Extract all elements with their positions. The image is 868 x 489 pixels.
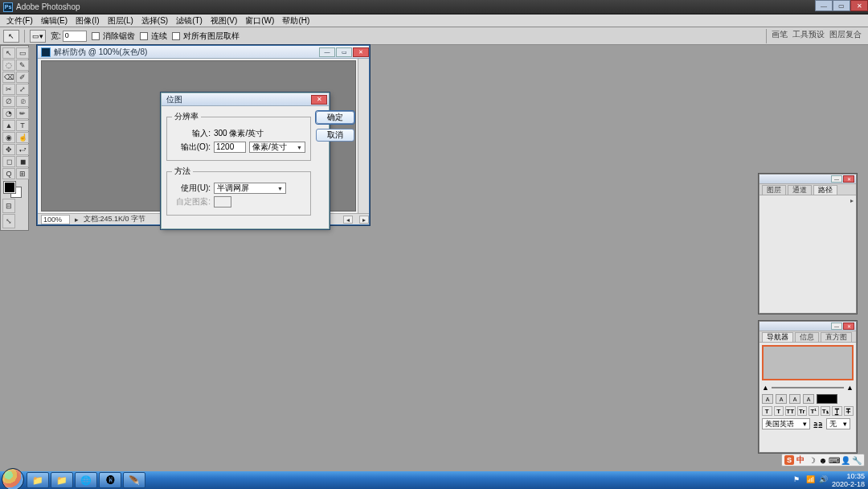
zoom-tool[interactable]: Q xyxy=(2,168,15,179)
color-swatches[interactable] xyxy=(2,180,29,198)
style-sub[interactable]: T₁ xyxy=(821,406,831,416)
stamp-tool[interactable]: ∅ xyxy=(2,96,15,107)
doc-close[interactable]: ✕ xyxy=(353,47,369,57)
panel2-close[interactable]: ✕ xyxy=(843,323,854,330)
start-button[interactable] xyxy=(2,468,24,490)
use-combo[interactable]: 半调网屏▼ xyxy=(214,183,286,194)
panel-close[interactable]: ✕ xyxy=(843,175,854,183)
text-color-swatch[interactable] xyxy=(817,394,837,404)
minimize-button[interactable]: — xyxy=(815,0,833,11)
char-icon[interactable]: A xyxy=(789,394,800,404)
style-super[interactable]: T¹ xyxy=(809,406,819,416)
tab-paths[interactable]: 路径 xyxy=(813,185,837,195)
ime-moon-icon[interactable]: ☽ xyxy=(807,455,817,465)
triangle-icon[interactable]: ▸ xyxy=(75,216,79,224)
gradient-tool[interactable]: ✏ xyxy=(16,108,29,119)
preset-picker[interactable]: ▭▾ xyxy=(30,30,46,43)
tray-sound-icon[interactable]: 🔊 xyxy=(819,475,829,485)
vertical-scrollbar[interactable] xyxy=(358,59,369,213)
menu-file[interactable]: 文件(F) xyxy=(3,15,36,27)
style-italic[interactable]: T xyxy=(774,406,784,416)
shape-tool[interactable]: ✥ xyxy=(2,144,15,155)
style-bold[interactable]: T xyxy=(762,406,772,416)
ime-wrench-icon[interactable]: 🔧 xyxy=(852,455,862,465)
menu-view[interactable]: 视图(V) xyxy=(207,15,240,27)
wand-tool[interactable]: ✎ xyxy=(16,60,29,71)
current-tool-icon[interactable]: ↖ xyxy=(3,30,19,43)
dialog-close[interactable]: ✕ xyxy=(311,95,327,105)
clock[interactable]: 10:35 2020-2-18 xyxy=(832,472,865,488)
antialias-checkbox[interactable] xyxy=(92,32,100,40)
doc-minimize[interactable]: — xyxy=(319,47,335,57)
type-tool[interactable]: T xyxy=(16,120,29,131)
notes-tool[interactable]: ⮐ xyxy=(16,144,29,155)
screenmode-full[interactable]: ⤡ xyxy=(2,214,15,228)
tab-info[interactable]: 信息 xyxy=(795,332,819,342)
task-photoshop[interactable]: 🪶 xyxy=(123,472,145,488)
tab-channels[interactable]: 通道 xyxy=(788,185,812,195)
ime-toolbar[interactable]: S 中 ☽ ☻ ⌨ 👤 🔧 xyxy=(781,454,865,466)
style-caps[interactable]: TT xyxy=(785,406,796,416)
maximize-button[interactable]: ▭ xyxy=(833,0,850,11)
task-explorer[interactable]: 📁 xyxy=(27,472,49,488)
width-input[interactable]: 0 xyxy=(63,31,87,42)
navigator-preview[interactable] xyxy=(762,345,854,380)
dock-layercomp[interactable]: 图层复合 xyxy=(829,29,862,43)
all-layers-checkbox[interactable] xyxy=(172,32,180,40)
history-brush-tool[interactable]: ⎚ xyxy=(16,96,29,107)
dialog-titlebar[interactable]: 位图 ✕ xyxy=(162,93,329,106)
ime-lang[interactable]: 中 xyxy=(796,455,805,465)
paths-body[interactable]: ▸ xyxy=(760,195,856,313)
marquee-tool[interactable]: ▭ xyxy=(16,47,29,59)
ime-face-icon[interactable]: ☻ xyxy=(818,455,828,465)
char-icon[interactable]: A xyxy=(776,394,787,404)
panel-minimize[interactable]: — xyxy=(831,175,842,183)
hand-tool[interactable]: ◼ xyxy=(16,156,29,167)
tab-layers[interactable]: 图层 xyxy=(762,185,786,195)
move-tool[interactable]: ↖ xyxy=(2,47,15,59)
panel-menu-icon[interactable]: ▸ xyxy=(850,197,854,204)
doc-maximize[interactable]: ▭ xyxy=(336,47,352,57)
char-icon[interactable]: A xyxy=(762,394,773,404)
tab-histogram[interactable]: 直方图 xyxy=(821,332,852,342)
menu-image[interactable]: 图像(I) xyxy=(72,15,102,27)
tab-navigator[interactable]: 导航器 xyxy=(762,332,793,342)
close-button[interactable]: ✕ xyxy=(850,0,868,11)
task-ie[interactable]: 🌐 xyxy=(75,472,97,488)
style-strike[interactable]: T̶ xyxy=(844,406,854,416)
eyedropper-tool[interactable]: ◻ xyxy=(2,156,15,167)
cancel-button[interactable]: 取消 xyxy=(316,129,354,142)
style-smallcaps[interactable]: Tr xyxy=(797,406,808,416)
dock-toolpreset[interactable]: 工具预设 xyxy=(792,29,825,43)
eraser-tool[interactable]: ◔ xyxy=(2,108,15,119)
menu-filter[interactable]: 滤镜(T) xyxy=(173,15,206,27)
sogou-icon[interactable]: S xyxy=(784,455,794,465)
style-underline[interactable]: T̲ xyxy=(832,406,842,416)
brush-tool[interactable]: ⤢ xyxy=(16,84,29,95)
scroll-right[interactable]: ▸ xyxy=(359,216,369,224)
contiguous-checkbox[interactable] xyxy=(140,32,148,40)
heal-tool[interactable]: ✂ xyxy=(2,84,15,95)
menu-select[interactable]: 选择(S) xyxy=(138,15,171,27)
tray-flag-icon[interactable]: ⚑ xyxy=(793,475,803,485)
task-word[interactable]: 🅦 xyxy=(99,472,121,488)
menu-layer[interactable]: 图层(L) xyxy=(104,15,137,27)
fg-color-swatch[interactable] xyxy=(4,182,15,193)
ok-button[interactable]: 确定 xyxy=(316,111,354,124)
aa-select[interactable]: 无▾ xyxy=(826,418,850,429)
tray-network-icon[interactable]: 📶 xyxy=(806,475,816,485)
output-unit-combo[interactable]: 像素/英寸▼ xyxy=(249,142,305,153)
slice-tool[interactable]: ✐ xyxy=(16,72,29,83)
zoom-field[interactable]: 100% xyxy=(41,215,70,224)
language-select[interactable]: 美国英语▾ xyxy=(762,418,810,429)
menu-window[interactable]: 窗口(W) xyxy=(242,15,277,27)
menu-edit[interactable]: 编辑(E) xyxy=(38,15,71,27)
task-explorer2[interactable]: 📁 xyxy=(51,472,73,488)
blur-tool[interactable]: ▲ xyxy=(2,120,15,131)
menu-help[interactable]: 帮助(H) xyxy=(279,15,313,27)
output-input[interactable]: 1200 xyxy=(214,142,246,153)
quickmask-tool[interactable]: ⊞ xyxy=(16,168,29,179)
screenmode-std[interactable]: ⊟ xyxy=(2,199,15,213)
char-icon[interactable]: A xyxy=(803,394,814,404)
crop-tool[interactable]: ⌫ xyxy=(2,72,15,83)
